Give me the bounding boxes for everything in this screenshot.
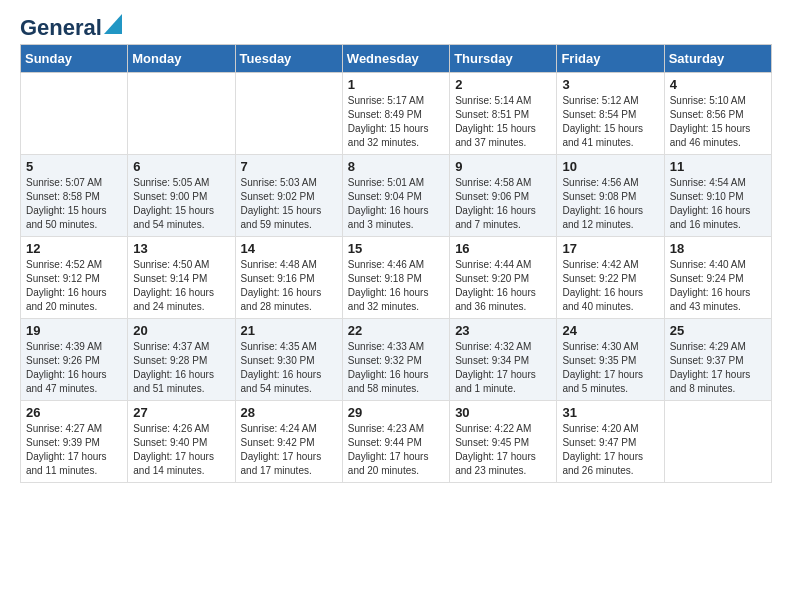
cell-info: Sunrise: 5:03 AM Sunset: 9:02 PM Dayligh…	[241, 176, 337, 232]
calendar-cell: 24Sunrise: 4:30 AM Sunset: 9:35 PM Dayli…	[557, 319, 664, 401]
day-number: 21	[241, 323, 337, 338]
calendar-cell	[21, 73, 128, 155]
day-number: 15	[348, 241, 444, 256]
calendar-cell: 8Sunrise: 5:01 AM Sunset: 9:04 PM Daylig…	[342, 155, 449, 237]
cell-info: Sunrise: 5:07 AM Sunset: 8:58 PM Dayligh…	[26, 176, 122, 232]
day-number: 12	[26, 241, 122, 256]
logo-text: General	[20, 16, 102, 40]
calendar-cell	[664, 401, 771, 483]
calendar-wrap: SundayMondayTuesdayWednesdayThursdayFrid…	[0, 44, 792, 493]
logo-arrow-icon	[104, 14, 122, 38]
calendar-cell: 15Sunrise: 4:46 AM Sunset: 9:18 PM Dayli…	[342, 237, 449, 319]
calendar-cell: 30Sunrise: 4:22 AM Sunset: 9:45 PM Dayli…	[450, 401, 557, 483]
cell-info: Sunrise: 5:01 AM Sunset: 9:04 PM Dayligh…	[348, 176, 444, 232]
day-number: 17	[562, 241, 658, 256]
day-number: 11	[670, 159, 766, 174]
day-number: 20	[133, 323, 229, 338]
cell-info: Sunrise: 5:10 AM Sunset: 8:56 PM Dayligh…	[670, 94, 766, 150]
day-number: 5	[26, 159, 122, 174]
day-number: 1	[348, 77, 444, 92]
week-row-2: 5Sunrise: 5:07 AM Sunset: 8:58 PM Daylig…	[21, 155, 772, 237]
day-number: 23	[455, 323, 551, 338]
day-number: 4	[670, 77, 766, 92]
header: General	[0, 0, 792, 44]
cell-info: Sunrise: 4:58 AM Sunset: 9:06 PM Dayligh…	[455, 176, 551, 232]
weekday-header-wednesday: Wednesday	[342, 45, 449, 73]
day-number: 28	[241, 405, 337, 420]
calendar-cell: 19Sunrise: 4:39 AM Sunset: 9:26 PM Dayli…	[21, 319, 128, 401]
day-number: 13	[133, 241, 229, 256]
calendar-cell: 26Sunrise: 4:27 AM Sunset: 9:39 PM Dayli…	[21, 401, 128, 483]
cell-info: Sunrise: 4:35 AM Sunset: 9:30 PM Dayligh…	[241, 340, 337, 396]
cell-info: Sunrise: 4:39 AM Sunset: 9:26 PM Dayligh…	[26, 340, 122, 396]
day-number: 7	[241, 159, 337, 174]
cell-info: Sunrise: 4:42 AM Sunset: 9:22 PM Dayligh…	[562, 258, 658, 314]
cell-info: Sunrise: 4:46 AM Sunset: 9:18 PM Dayligh…	[348, 258, 444, 314]
cell-info: Sunrise: 4:37 AM Sunset: 9:28 PM Dayligh…	[133, 340, 229, 396]
weekday-header-monday: Monday	[128, 45, 235, 73]
day-number: 16	[455, 241, 551, 256]
cell-info: Sunrise: 4:52 AM Sunset: 9:12 PM Dayligh…	[26, 258, 122, 314]
calendar-cell: 7Sunrise: 5:03 AM Sunset: 9:02 PM Daylig…	[235, 155, 342, 237]
calendar-cell: 20Sunrise: 4:37 AM Sunset: 9:28 PM Dayli…	[128, 319, 235, 401]
calendar-cell: 25Sunrise: 4:29 AM Sunset: 9:37 PM Dayli…	[664, 319, 771, 401]
cell-info: Sunrise: 4:40 AM Sunset: 9:24 PM Dayligh…	[670, 258, 766, 314]
calendar-cell: 2Sunrise: 5:14 AM Sunset: 8:51 PM Daylig…	[450, 73, 557, 155]
cell-info: Sunrise: 4:48 AM Sunset: 9:16 PM Dayligh…	[241, 258, 337, 314]
calendar-cell: 13Sunrise: 4:50 AM Sunset: 9:14 PM Dayli…	[128, 237, 235, 319]
calendar-cell: 3Sunrise: 5:12 AM Sunset: 8:54 PM Daylig…	[557, 73, 664, 155]
weekday-header-friday: Friday	[557, 45, 664, 73]
calendar-cell: 12Sunrise: 4:52 AM Sunset: 9:12 PM Dayli…	[21, 237, 128, 319]
calendar-cell: 5Sunrise: 5:07 AM Sunset: 8:58 PM Daylig…	[21, 155, 128, 237]
day-number: 18	[670, 241, 766, 256]
cell-info: Sunrise: 5:17 AM Sunset: 8:49 PM Dayligh…	[348, 94, 444, 150]
calendar-cell: 21Sunrise: 4:35 AM Sunset: 9:30 PM Dayli…	[235, 319, 342, 401]
day-number: 19	[26, 323, 122, 338]
day-number: 9	[455, 159, 551, 174]
calendar-cell: 23Sunrise: 4:32 AM Sunset: 9:34 PM Dayli…	[450, 319, 557, 401]
calendar-cell: 31Sunrise: 4:20 AM Sunset: 9:47 PM Dayli…	[557, 401, 664, 483]
weekday-header-sunday: Sunday	[21, 45, 128, 73]
day-number: 24	[562, 323, 658, 338]
day-number: 22	[348, 323, 444, 338]
weekday-header-saturday: Saturday	[664, 45, 771, 73]
cell-info: Sunrise: 4:20 AM Sunset: 9:47 PM Dayligh…	[562, 422, 658, 478]
cell-info: Sunrise: 4:33 AM Sunset: 9:32 PM Dayligh…	[348, 340, 444, 396]
week-row-1: 1Sunrise: 5:17 AM Sunset: 8:49 PM Daylig…	[21, 73, 772, 155]
cell-info: Sunrise: 4:26 AM Sunset: 9:40 PM Dayligh…	[133, 422, 229, 478]
day-number: 25	[670, 323, 766, 338]
cell-info: Sunrise: 4:23 AM Sunset: 9:44 PM Dayligh…	[348, 422, 444, 478]
calendar-cell: 10Sunrise: 4:56 AM Sunset: 9:08 PM Dayli…	[557, 155, 664, 237]
calendar-table: SundayMondayTuesdayWednesdayThursdayFrid…	[20, 44, 772, 483]
cell-info: Sunrise: 4:22 AM Sunset: 9:45 PM Dayligh…	[455, 422, 551, 478]
calendar-cell: 27Sunrise: 4:26 AM Sunset: 9:40 PM Dayli…	[128, 401, 235, 483]
cell-info: Sunrise: 4:50 AM Sunset: 9:14 PM Dayligh…	[133, 258, 229, 314]
cell-info: Sunrise: 5:05 AM Sunset: 9:00 PM Dayligh…	[133, 176, 229, 232]
cell-info: Sunrise: 4:56 AM Sunset: 9:08 PM Dayligh…	[562, 176, 658, 232]
day-number: 2	[455, 77, 551, 92]
calendar-cell: 22Sunrise: 4:33 AM Sunset: 9:32 PM Dayli…	[342, 319, 449, 401]
week-row-3: 12Sunrise: 4:52 AM Sunset: 9:12 PM Dayli…	[21, 237, 772, 319]
calendar-cell: 18Sunrise: 4:40 AM Sunset: 9:24 PM Dayli…	[664, 237, 771, 319]
calendar-cell: 14Sunrise: 4:48 AM Sunset: 9:16 PM Dayli…	[235, 237, 342, 319]
calendar-cell	[128, 73, 235, 155]
calendar-cell: 28Sunrise: 4:24 AM Sunset: 9:42 PM Dayli…	[235, 401, 342, 483]
day-number: 6	[133, 159, 229, 174]
cell-info: Sunrise: 5:12 AM Sunset: 8:54 PM Dayligh…	[562, 94, 658, 150]
calendar-cell: 17Sunrise: 4:42 AM Sunset: 9:22 PM Dayli…	[557, 237, 664, 319]
day-number: 29	[348, 405, 444, 420]
logo: General	[20, 16, 122, 36]
calendar-cell: 1Sunrise: 5:17 AM Sunset: 8:49 PM Daylig…	[342, 73, 449, 155]
calendar-cell: 16Sunrise: 4:44 AM Sunset: 9:20 PM Dayli…	[450, 237, 557, 319]
cell-info: Sunrise: 4:30 AM Sunset: 9:35 PM Dayligh…	[562, 340, 658, 396]
cell-info: Sunrise: 4:27 AM Sunset: 9:39 PM Dayligh…	[26, 422, 122, 478]
calendar-cell: 29Sunrise: 4:23 AM Sunset: 9:44 PM Dayli…	[342, 401, 449, 483]
weekday-header-thursday: Thursday	[450, 45, 557, 73]
calendar-cell: 6Sunrise: 5:05 AM Sunset: 9:00 PM Daylig…	[128, 155, 235, 237]
weekday-header-row: SundayMondayTuesdayWednesdayThursdayFrid…	[21, 45, 772, 73]
day-number: 3	[562, 77, 658, 92]
cell-info: Sunrise: 4:44 AM Sunset: 9:20 PM Dayligh…	[455, 258, 551, 314]
week-row-5: 26Sunrise: 4:27 AM Sunset: 9:39 PM Dayli…	[21, 401, 772, 483]
day-number: 31	[562, 405, 658, 420]
cell-info: Sunrise: 4:24 AM Sunset: 9:42 PM Dayligh…	[241, 422, 337, 478]
